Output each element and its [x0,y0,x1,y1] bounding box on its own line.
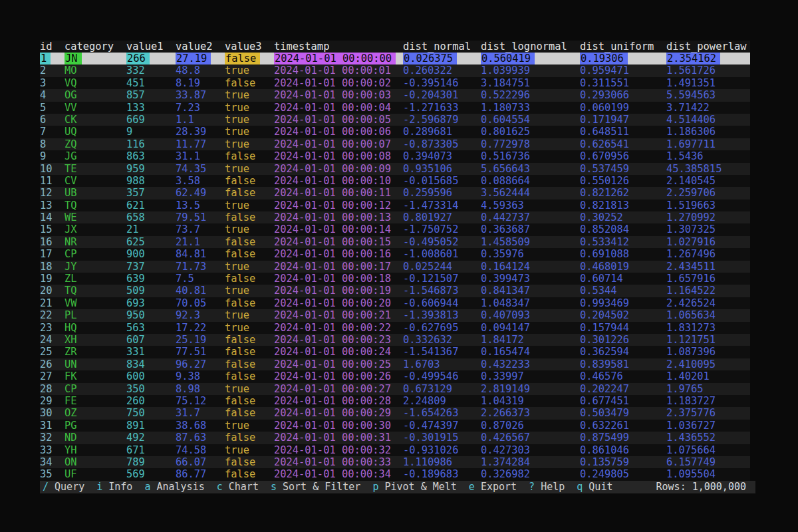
column-header-timestamp[interactable]: timestamp [274,41,403,53]
cell-timestamp: 2024-01-01 00:00:29 [274,407,403,419]
cell-dist_lognormal: 3.562444 [481,187,580,199]
cell-value3: true [225,444,274,456]
column-header-category[interactable]: category [65,41,126,53]
cell-dist_normal: -0.015685 [403,175,481,187]
table-row[interactable]: 2MO33248.8true2024-01-01 00:00:010.26032… [40,65,750,76]
cell-id: 5 [40,102,65,114]
cell-value3: true [225,102,274,114]
table-row-selected[interactable]: 1JN26627.19false2024-01-01 00:00:000.026… [40,53,750,65]
cell-dist_powerlaw: 1.087396 [666,346,750,358]
table-row[interactable]: 31PG89138.68true2024-01-01 00:00:30-0.47… [40,420,750,432]
table-row[interactable]: 18JY73771.73true2024-01-01 00:00:170.025… [40,261,750,273]
cell-value1: 331 [126,346,176,358]
menu-item-analysis[interactable]: a Analysis [144,481,204,493]
cell-timestamp: 2024-01-01 00:00:21 [274,309,403,321]
table-row[interactable]: 5VV1337.23true2024-01-01 00:00:04-1.2716… [40,102,750,114]
table-row[interactable]: 23HQ56317.22true2024-01-01 00:00:22-0.62… [40,322,750,334]
cell-value3: false [225,236,274,248]
column-header-id[interactable]: id [40,41,65,53]
table-row[interactable]: 22PL95092.3true2024-01-01 00:00:21-1.393… [40,309,750,321]
table-row[interactable]: 33YH67174.58true2024-01-01 00:00:32-0.93… [40,444,750,456]
table-row[interactable]: 6CK6691.1true2024-01-01 00:00:05-2.59687… [40,114,750,126]
cell-dist_lognormal: 0.87026 [481,420,580,432]
table-row[interactable]: 30OZ75031.7false2024-01-01 00:00:29-1.65… [40,407,750,419]
cell-value2: 74.58 [176,444,225,456]
table-row[interactable]: 34ON78966.07false2024-01-01 00:00:331.11… [40,456,750,468]
cell-dist_lognormal: 1.180733 [481,102,580,114]
cell-dist_normal: 1.110986 [403,456,481,468]
cell-dist_lognormal: 0.427303 [481,444,580,456]
cell-value3: true [225,383,274,395]
cell-timestamp: 2024-01-01 00:00:23 [274,334,403,346]
cell-dist_powerlaw: 2.354162 [666,53,750,65]
table-row[interactable]: 11CV9883.58false2024-01-01 00:00:10-0.01… [40,175,750,187]
table-row[interactable]: 12UB35762.49false2024-01-01 00:00:110.25… [40,187,750,199]
menu-item-sort-filter[interactable]: s Sort & Filter [271,481,360,493]
cell-dist_normal: 0.025244 [403,261,481,273]
cell-category: ZL [65,273,126,285]
column-header-dist_uniform[interactable]: dist_uniform [580,41,666,53]
cell-id: 18 [40,261,65,273]
table-row[interactable]: 14WE65879.51false2024-01-01 00:00:130.80… [40,211,750,223]
cell-id: 21 [40,297,65,309]
column-header-dist_lognormal[interactable]: dist_lognormal [481,41,580,53]
menu-item-help[interactable]: ? Help [529,481,565,493]
menu-item-export[interactable]: e Export [469,481,517,493]
cell-value1: 621 [126,200,176,211]
table-row[interactable]: 3VQ4518.19false2024-01-01 00:00:02-0.395… [40,77,750,89]
table-row[interactable]: 13TQ62113.5true2024-01-01 00:00:12-1.473… [40,200,750,211]
table-row[interactable]: 4OG85733.87true2024-01-01 00:00:03-0.204… [40,89,750,101]
menu-label: Export [475,481,517,493]
cell-dist_uniform: 0.19306 [580,53,666,65]
column-header-value1[interactable]: value1 [126,41,176,53]
cell-id: 1 [40,53,65,65]
table-row[interactable]: 29FE26075.12false2024-01-01 00:00:282.24… [40,395,750,407]
cell-dist_uniform: 0.626541 [580,138,666,150]
table-header-row: idcategoryvalue1value2value3timestampdis… [40,41,750,53]
cell-value1: 492 [126,432,176,444]
table-row[interactable]: 16NR62521.1false2024-01-01 00:00:15-0.49… [40,236,750,248]
table-row[interactable]: 25ZR33177.51false2024-01-01 00:00:24-1.5… [40,346,750,358]
cell-id: 3 [40,77,65,89]
table-row[interactable]: 28CP3508.98true2024-01-01 00:00:270.6731… [40,383,750,395]
menu-item-query[interactable]: / Query [43,481,84,493]
column-header-value3[interactable]: value3 [225,41,274,53]
table-row[interactable]: 19ZL6397.5false2024-01-01 00:00:18-0.121… [40,273,750,285]
cell-dist_lognormal: 1.04319 [481,395,580,407]
menu-item-info[interactable]: i Info [96,481,132,493]
table-row[interactable]: 15JX2173.7true2024-01-01 00:00:14-1.7507… [40,223,750,235]
table-row[interactable]: 24XH60725.19false2024-01-01 00:00:230.33… [40,334,750,346]
menu-item-quit[interactable]: q Quit [577,481,612,493]
column-header-value2[interactable]: value2 [176,41,225,53]
table-row[interactable]: 10TE95974.35true2024-01-01 00:00:090.935… [40,163,750,175]
menu-item-pivot-melt[interactable]: p Pivot & Melt [372,481,456,493]
table-row[interactable]: 7UQ928.39true2024-01-01 00:00:060.289681… [40,126,750,138]
cell-category: UB [65,187,126,199]
table-row[interactable]: 20TQ50940.81true2024-01-01 00:00:19-1.54… [40,285,750,297]
cell-value1: 863 [126,150,176,162]
table-row[interactable]: 9JG86331.1false2024-01-01 00:00:080.3940… [40,150,750,162]
table-row[interactable]: 35UF56986.77false2024-01-01 00:00:34-0.1… [40,468,750,480]
table-row[interactable]: 32ND49287.63false2024-01-01 00:00:31-0.3… [40,432,750,444]
menu-item-chart[interactable]: c Chart [217,481,259,493]
table-row[interactable]: 21VW69370.05false2024-01-01 00:00:20-0.6… [40,297,750,309]
cell-timestamp: 2024-01-01 00:00:19 [274,285,403,297]
cell-dist_powerlaw: 1.065634 [666,309,750,321]
cell-dist_lognormal: 0.432233 [481,358,580,370]
cell-value3: false [225,53,274,65]
column-header-dist_normal[interactable]: dist_normal [403,41,481,53]
cell-value1: 451 [126,77,176,89]
column-header-dist_powerlaw[interactable]: dist_powerlaw [666,41,750,53]
cell-dist_normal: 0.260322 [403,65,481,76]
cell-dist_normal: -0.189683 [403,468,481,480]
cell-value1: 671 [126,444,176,456]
table-row[interactable]: 17CP90084.81false2024-01-01 00:00:16-1.0… [40,248,750,260]
cell-dist_normal: 0.394073 [403,150,481,162]
table-row[interactable]: 8ZQ11611.77true2024-01-01 00:00:07-0.873… [40,138,750,150]
table-row[interactable]: 26UN83496.27false2024-01-01 00:00:251.67… [40,358,750,370]
table-row[interactable]: 27FK6009.38false2024-01-01 00:00:26-0.49… [40,370,750,382]
cell-dist_uniform: 0.30252 [580,211,666,223]
cell-dist_normal: -0.474397 [403,420,481,432]
cell-timestamp: 2024-01-01 00:00:06 [274,126,403,138]
cell-id: 2 [40,65,65,76]
